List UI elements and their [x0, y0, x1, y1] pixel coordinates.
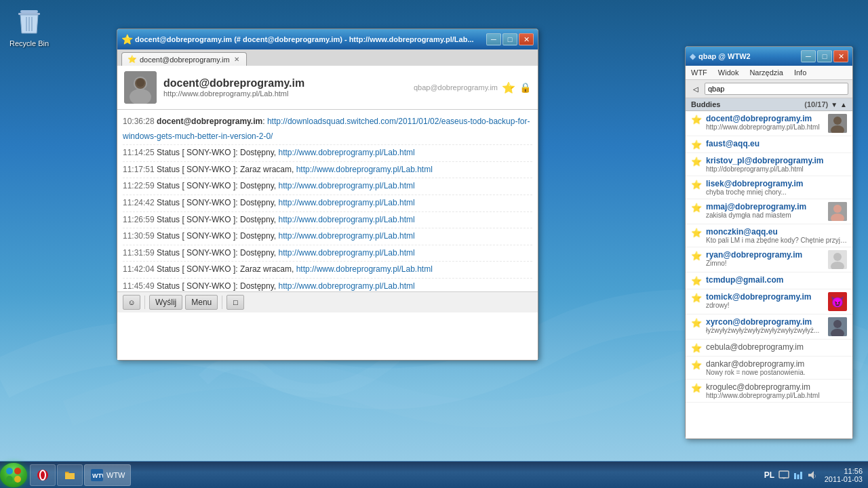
buddy-info: ryan@dobreprogramy.im Zimno! [706, 250, 824, 267]
svg-point-20 [833, 320, 842, 328]
tray-lang: PL [764, 470, 774, 480]
buddy-status: zdrowy! [706, 302, 824, 309]
svg-point-22 [6, 468, 13, 474]
chat-input-area[interactable] [117, 312, 538, 360]
buddy-star-icon: ⭐ [691, 293, 702, 303]
buddy-status: łyżwyłyżwyłyżwyłyżwyłyżwyłyżwyłyż... [706, 327, 824, 334]
buddy-status: http://www.dobreprogramy.pl/Lab.html [706, 392, 847, 399]
minimize-button[interactable]: ─ [486, 33, 501, 45]
emoji-button[interactable]: ☺ [123, 295, 140, 310]
expand-icon[interactable]: ▼ [831, 101, 837, 108]
buddy-star-icon: ⭐ [691, 140, 702, 150]
buddy-star-icon: ⭐ [691, 203, 702, 213]
user-info: docent@dobreprogramy.im http://www.dobre… [163, 77, 407, 98]
folder-icon [63, 468, 77, 482]
svg-marker-36 [808, 471, 814, 479]
buddy-list-item[interactable]: ⭐ tomick@dobreprogramy.im zdrowy! 😈 [686, 289, 852, 314]
buddy-list-item[interactable]: ⭐ faust@aqq.eu [686, 136, 852, 153]
chat-title-icon: ⭐ [121, 34, 132, 45]
svg-rect-34 [797, 474, 800, 479]
buddy-maximize-button[interactable]: □ [817, 50, 832, 62]
send-button[interactable]: Wyślij [149, 295, 182, 310]
buddy-status: Nowy rok = nowe postanowienia. [706, 369, 847, 376]
buddy-list-item[interactable]: ⭐ cebula@dobreprogramy.im [686, 340, 852, 357]
toolbar-divider-1 [144, 296, 145, 309]
taskbar-item-explorer[interactable] [57, 464, 83, 486]
recycle-bin[interactable]: Recycle Bin [5, 5, 53, 47]
user-url: http://www.dobreprogramy.pl/Lab.html [163, 89, 407, 98]
svg-point-25 [14, 476, 21, 483]
close-button[interactable]: ✕ [519, 33, 534, 45]
collapse-icon[interactable]: ▲ [840, 101, 847, 108]
buddy-list-item[interactable]: ⭐ tcmdup@gmail.com [686, 272, 852, 289]
buddy-info: docent@dobreprogramy.im http://www.dobre… [706, 114, 824, 131]
buddy-list-item[interactable]: ⭐ docent@dobreprogramy.im http://www.dob… [686, 111, 852, 136]
buddy-name: monczkin@aqq.eu [706, 227, 847, 237]
svg-point-26 [37, 470, 48, 481]
buddy-window-controls: ─ □ ✕ [801, 50, 848, 62]
buddy-search-input[interactable] [705, 83, 848, 95]
buddy-info: tomick@dobreprogramy.im zdrowy! [706, 292, 824, 309]
taskbar-item-opera[interactable] [30, 464, 56, 486]
buddy-list-item[interactable]: ⭐ xyrcon@dobreprogramy.im łyżwyłyżwyłyżw… [686, 314, 852, 340]
recycle-bin-label: Recycle Bin [9, 39, 49, 47]
wtw-label: WTW [106, 471, 125, 479]
taskbar: WTW WTW PL ) 11:56 2011-01-03 [0, 461, 868, 488]
volume-icon: ) [807, 470, 818, 481]
buddy-name: lisek@dobreprogramy.im [706, 179, 847, 188]
buddy-list-item[interactable]: ⭐ mmaj@dobreprogramy.im zakisła dymgła n… [686, 199, 852, 224]
buddy-menu-item[interactable]: Narzędzia [747, 67, 786, 78]
buddy-status: Zimno! [706, 260, 824, 267]
taskbar-time-display: 11:56 [844, 467, 863, 475]
buddy-menu-item[interactable]: Info [791, 67, 809, 78]
buddy-info: cebula@dobreprogramy.im [706, 342, 847, 352]
format-button[interactable]: □ [226, 295, 244, 310]
buddy-avatar [828, 114, 847, 133]
buddy-window: ◆ qbap @ WTW2 ─ □ ✕ WTFWidokNarzędziaInf… [685, 46, 853, 439]
buddy-info: mmaj@dobreprogramy.im zakisła dymgła nad… [706, 202, 824, 219]
buddy-avatar [828, 317, 847, 336]
tab-close-button[interactable]: ✕ [233, 56, 241, 64]
buddy-info: faust@aqq.eu [706, 139, 847, 148]
buddy-info: monczkin@aqq.eu Kto pali LM i ma zbędne … [706, 227, 847, 244]
buddy-list-item[interactable]: ⭐ monczkin@aqq.eu Kto pali LM i ma zbędn… [686, 224, 852, 247]
buddy-titlebar: ◆ qbap @ WTW2 ─ □ ✕ [686, 47, 852, 66]
buddy-window-title: qbap @ WTW2 [698, 52, 798, 60]
buddy-star-icon: ⭐ [691, 180, 702, 190]
chat-message: 11:45:49 Status [ SONY-WKO ]: Dostępny, … [123, 279, 532, 291]
chat-window-title: docent@dobreprogramy.im (# docent@dobrep… [135, 35, 484, 43]
buddy-search-icon-btn[interactable]: ◁ [690, 83, 702, 95]
chat-messages[interactable]: 10:36:28 docent@dobreprogramy.im: http:/… [117, 110, 538, 291]
buddy-menu-item[interactable]: WTF [688, 67, 710, 78]
menu-button[interactable]: Menu [185, 295, 218, 310]
svg-point-17 [833, 253, 842, 261]
buddy-minimize-button[interactable]: ─ [801, 50, 816, 62]
buddy-info: xyrcon@dobreprogramy.im łyżwyłyżwyłyżwył… [706, 317, 824, 334]
buddy-list-item[interactable]: ⭐ krogulec@dobreprogramy.im http://www.d… [686, 380, 852, 403]
user-name: docent@dobreprogramy.im [163, 77, 407, 89]
buddy-menu-item[interactable]: Widok [715, 67, 742, 78]
buddy-info: tcmdup@gmail.com [706, 275, 847, 285]
buddy-list-item[interactable]: ⭐ kristov_pl@dobreprogramy.im http://dob… [686, 153, 852, 176]
buddy-list-item[interactable]: ⭐ ryan@dobreprogramy.im Zimno! [686, 247, 852, 272]
buddy-list-item[interactable]: ⭐ dankar@dobreprogramy.im Nowy rok = now… [686, 357, 852, 380]
start-button[interactable] [0, 463, 27, 487]
buddy-close-button[interactable]: ✕ [833, 50, 848, 62]
svg-text:): ) [814, 474, 816, 478]
buddy-search: ◁ [686, 80, 852, 98]
taskbar-item-wtw[interactable]: WTW WTW [84, 464, 131, 486]
monitor-icon [778, 470, 789, 481]
chat-tab[interactable]: ⭐ docent@dobreprogramy.im ✕ [121, 52, 247, 66]
buddy-status: http://www.dobreprogramy.pl/Lab.html [706, 123, 824, 131]
tab-star-icon: ⭐ [127, 55, 137, 64]
buddy-info: lisek@dobreprogramy.im chyba trochę mnie… [706, 179, 847, 196]
tab-bar: ⭐ docent@dobreprogramy.im ✕ [117, 49, 538, 66]
svg-point-24 [6, 476, 13, 483]
maximize-button[interactable]: □ [502, 33, 517, 45]
user-qbap: qbap@dobreprogramy.im [414, 83, 498, 92]
favorite-star-icon[interactable]: ⭐ [502, 81, 515, 94]
buddy-list-item[interactable]: ⭐ lisek@dobreprogramy.im chyba trochę mn… [686, 176, 852, 199]
chat-message: 11:14:25 Status [ SONY-WKO ]: Dostępny, … [123, 145, 532, 162]
buddy-name: tcmdup@gmail.com [706, 275, 847, 285]
chat-window: ⭐ docent@dobreprogramy.im (# docent@dobr… [117, 28, 538, 361]
